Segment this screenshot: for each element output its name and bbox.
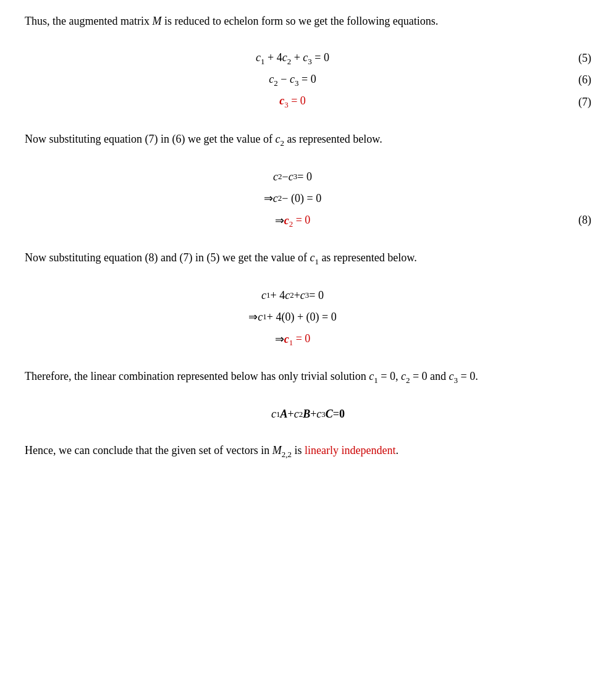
c1-line-1: c1 + 4c2 + c3 = 0 [261,287,324,305]
c2-line-2: ⇒ c2 − (0) = 0 [264,190,321,208]
equation-7-formula: c3 = 0 [25,92,560,111]
paragraph-2: Now substituting equation (7) in (6) we … [25,130,591,149]
paragraph-3: Now substituting equation (8) and (7) in… [25,249,591,268]
equation-5-number: (5) [560,49,591,67]
final-equation: c1A + c2B + c3C = 0 [271,405,345,423]
paragraph-4: Therefore, the linear combination repres… [25,368,591,387]
equation-5-formula: c1 + 4c2 + c3 = 0 [25,49,560,68]
equation-6-formula: c2 − c3 = 0 [25,70,560,90]
equation-8-number: (8) [560,211,591,230]
c2-formulas: c2 − c3 = 0 ⇒ c2 − (0) = 0 ⇒ c2 = 0 [25,168,560,230]
equation-block-c1: c1 + 4c2 + c3 = 0 ⇒ c1 + 4(0) + (0) = 0 … [25,287,591,349]
c1-formulas: c1 + 4c2 + c3 = 0 ⇒ c1 + 4(0) + (0) = 0 … [25,287,560,349]
equation-7-row: c3 = 0 (7) [25,92,591,111]
c2-line-3: ⇒ c2 = 0 [275,211,311,230]
c1-line-2: ⇒ c1 + 4(0) + (0) = 0 [248,308,336,326]
equation-5-row: c1 + 4c2 + c3 = 0 (5) [25,49,591,68]
equation-6-number: (6) [560,71,591,89]
matrix-M: M [152,15,161,27]
equation-no-number [560,348,591,349]
equations-5-6-7: c1 + 4c2 + c3 = 0 (5) c2 − c3 = 0 (6) c3… [25,49,591,112]
final-equation-block: c1A + c2B + c3C = 0 [25,405,591,423]
equation-6-row: c2 − c3 = 0 (6) [25,70,591,90]
paragraph-1: Thus, the augmented matrix M is reduced … [25,12,591,30]
linearly-independent-text: linearly independent [305,444,395,456]
equation-block-c2: c2 − c3 = 0 ⇒ c2 − (0) = 0 ⇒ c2 = 0 (8) [25,168,591,230]
paragraph-5: Hence, we can conclude that the given se… [25,442,591,461]
equation-7-number: (7) [560,93,591,111]
c2-line-1: c2 − c3 = 0 [273,168,312,186]
c1-line-3: ⇒ c1 = 0 [275,330,311,349]
